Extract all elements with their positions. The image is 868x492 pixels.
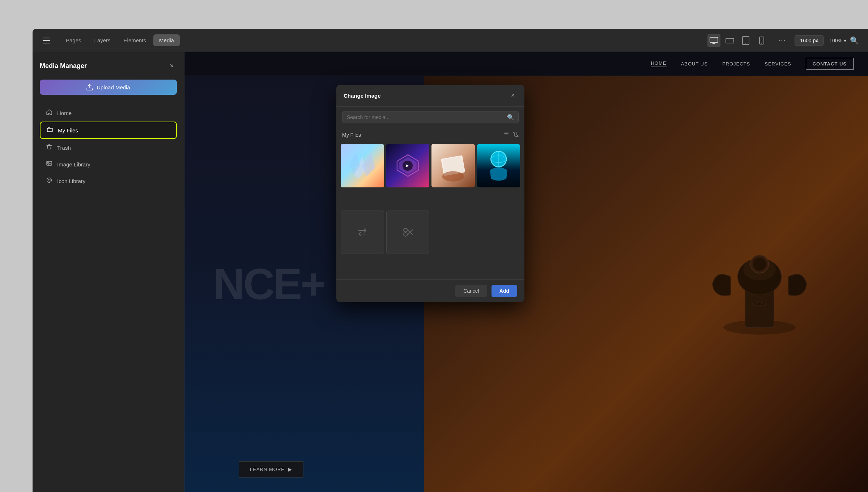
home-icon bbox=[46, 109, 53, 116]
sidebar-home-label: Home bbox=[57, 110, 72, 116]
svg-rect-3 bbox=[726, 38, 734, 43]
main-content: Media Manager × Upload Media bbox=[33, 52, 868, 492]
svg-point-34 bbox=[442, 171, 464, 182]
thumb-4-image bbox=[477, 144, 520, 187]
dialog-overlay: Change Image × 🔍 My Files bbox=[184, 52, 868, 492]
tab-media[interactable]: Media bbox=[153, 34, 180, 46]
svg-rect-0 bbox=[710, 37, 718, 42]
thumb-1-image bbox=[341, 144, 384, 187]
canvas-width-display: 1600 px bbox=[795, 35, 824, 46]
upload-icon bbox=[86, 84, 93, 90]
sidebar-trash-label: Trash bbox=[57, 145, 71, 151]
dialog-add-button[interactable]: Add bbox=[492, 285, 517, 297]
sidebar-title: Media Manager bbox=[40, 62, 87, 70]
dialog-title: Change Image bbox=[344, 93, 381, 99]
svg-point-8 bbox=[762, 43, 762, 44]
dialog-search-input[interactable] bbox=[342, 111, 519, 123]
zoom-control[interactable]: 100% ▾ bbox=[829, 38, 846, 43]
dialog-files-label: My Files bbox=[342, 132, 361, 138]
dialog-cancel-button[interactable]: Cancel bbox=[455, 285, 487, 297]
upload-media-button[interactable]: Upload Media bbox=[40, 80, 177, 95]
sidebar-icon-library-label: Icon Library bbox=[57, 178, 85, 184]
trash-icon bbox=[46, 144, 53, 151]
dialog-search-area: 🔍 bbox=[336, 107, 524, 128]
sidebar-close-button[interactable]: × bbox=[167, 61, 177, 71]
svg-rect-7 bbox=[760, 37, 764, 44]
svg-point-4 bbox=[733, 40, 733, 41]
sidebar-item-image-library[interactable]: Image Library bbox=[40, 156, 177, 172]
tab-elements[interactable]: Elements bbox=[118, 34, 152, 46]
app-window: Pages Layers Elements Media bbox=[33, 29, 868, 492]
sidebar-item-home[interactable]: Home bbox=[40, 105, 177, 121]
svg-point-11 bbox=[48, 162, 49, 164]
svg-point-12 bbox=[47, 178, 52, 183]
thumb-3-image bbox=[431, 144, 475, 187]
device-tablet-portrait-icon[interactable] bbox=[739, 34, 752, 47]
sidebar-item-icon-library[interactable]: Icon Library bbox=[40, 173, 177, 189]
media-thumb-2[interactable]: ▶ bbox=[386, 144, 430, 187]
svg-line-42 bbox=[407, 230, 413, 236]
svg-point-13 bbox=[48, 179, 50, 181]
menu-icon[interactable] bbox=[40, 34, 53, 47]
media-thumb-3[interactable] bbox=[431, 144, 475, 187]
my-files-icon bbox=[46, 127, 54, 134]
device-switcher bbox=[707, 34, 768, 47]
media-manager-sidebar: Media Manager × Upload Media bbox=[33, 52, 184, 492]
sort-icon[interactable] bbox=[513, 132, 519, 138]
media-thumb-4[interactable] bbox=[477, 144, 520, 187]
dialog-header: Change Image × bbox=[336, 85, 524, 107]
svg-point-6 bbox=[746, 43, 746, 44]
dialog-media-grid: ▶ bbox=[336, 142, 524, 279]
sidebar-navigation: Home My Files bbox=[40, 105, 177, 189]
media-thumb-1[interactable] bbox=[341, 144, 384, 187]
icon-library-icon bbox=[46, 177, 53, 184]
global-search-icon[interactable]: 🔍 bbox=[848, 34, 861, 47]
dialog-files-header: My Files bbox=[336, 128, 524, 142]
dialog-close-button[interactable]: × bbox=[509, 91, 517, 100]
sidebar-my-files-label: My Files bbox=[58, 127, 78, 133]
sidebar-image-library-label: Image Library bbox=[57, 161, 90, 167]
device-tablet-landscape-icon[interactable] bbox=[723, 34, 736, 47]
image-library-icon bbox=[46, 161, 53, 168]
dialog-filter-controls bbox=[503, 132, 519, 138]
dialog-footer: Cancel Add bbox=[336, 279, 524, 302]
sidebar-item-my-files[interactable]: My Files bbox=[40, 122, 177, 139]
sidebar-item-trash[interactable]: Trash bbox=[40, 140, 177, 156]
scissors-icon bbox=[400, 225, 415, 239]
video-play-overlay: ▶ bbox=[403, 161, 413, 171]
arrows-icon bbox=[355, 225, 370, 239]
media-icon-scissors[interactable] bbox=[386, 211, 430, 254]
change-image-dialog: Change Image × 🔍 My Files bbox=[336, 85, 524, 302]
dialog-search-icon: 🔍 bbox=[507, 114, 514, 121]
svg-line-41 bbox=[407, 229, 413, 235]
media-icon-arrows[interactable] bbox=[341, 211, 384, 254]
device-mobile-icon[interactable] bbox=[755, 34, 768, 47]
filter-icon[interactable] bbox=[503, 132, 509, 138]
sidebar-header: Media Manager × bbox=[40, 61, 177, 71]
tab-layers[interactable]: Layers bbox=[89, 34, 116, 46]
tab-pages[interactable]: Pages bbox=[60, 34, 87, 46]
svg-rect-5 bbox=[743, 37, 749, 44]
more-options-icon[interactable]: ··· bbox=[775, 34, 789, 47]
canvas-area: HOME ABOUT US PROJECTS SERVICES CONTACT … bbox=[184, 52, 868, 492]
toolbar: Pages Layers Elements Media bbox=[33, 29, 868, 52]
device-desktop-icon[interactable] bbox=[707, 34, 720, 47]
